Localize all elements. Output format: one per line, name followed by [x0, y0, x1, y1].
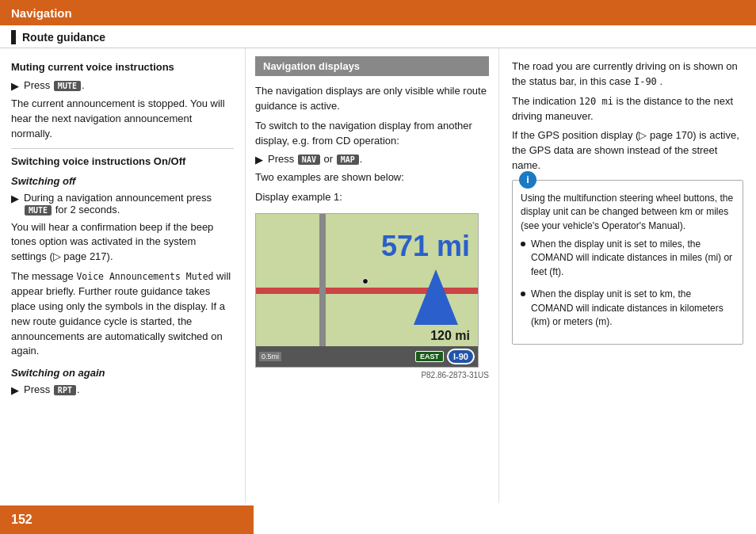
col-right: The road you are currently driving on is…: [499, 48, 756, 503]
muting-bullet-content: Press MUTE.: [24, 79, 234, 91]
col-mid: Navigation displays The navigation displ…: [246, 48, 499, 503]
or-label: or: [324, 153, 334, 165]
press-label: Press: [268, 153, 294, 165]
switching-on-bullet-content: Press RPT.: [24, 383, 234, 395]
bullet-arrow-3: ▶: [11, 384, 19, 396]
switching-off-bullet-content: During a navigation announcement press M…: [24, 192, 234, 216]
map-bottom-bar: 0.5mi EAST I-90: [256, 346, 478, 367]
muting-text: The current announcement is stopped. You…: [11, 97, 234, 142]
info-bullet-2-text: When the display unit is set to km, the …: [531, 288, 735, 329]
switching-on-bullet-item: ▶ Press RPT.: [11, 383, 234, 396]
nav-press-content: Press NAV or MAP.: [268, 153, 489, 165]
subheader: Route guidance: [0, 25, 756, 48]
map-position-dot: [362, 278, 368, 284]
page-header: Navigation: [0, 0, 756, 25]
page-number: 152: [11, 513, 32, 527]
col-mid-switch-text: To switch to the navigation display from…: [255, 119, 489, 149]
sep-1: [11, 148, 234, 149]
map-road-vertical: [319, 214, 326, 367]
btn-nav: NAV: [298, 154, 320, 165]
subheader-title: Route guidance: [22, 31, 105, 44]
btn-map: MAP: [337, 154, 359, 165]
bullet-arrow-2: ▶: [11, 193, 19, 204]
map-road-sign-east: EAST: [415, 351, 444, 362]
nav-displays-label: Navigation displays: [255, 56, 489, 76]
switching-off-suffix: for 2 seconds.: [55, 204, 120, 216]
map-caption: P82.86-2873-31US: [255, 371, 489, 380]
switching-off-msg: Voice Announcements Muted: [76, 271, 213, 282]
switching-off-p2-prefix: The message: [11, 270, 74, 282]
switching-title: Switching voice instructions On/Off: [11, 155, 234, 167]
col-right-p3: If the GPS position display (▷ page 170)…: [512, 128, 743, 174]
bullet-arrow-1: ▶: [11, 80, 19, 92]
info-bullet-2: When the display unit is set to km, the …: [521, 288, 735, 334]
col-left: Muting current voice instructions ▶ Pres…: [0, 48, 246, 503]
muting-press-label: Press: [24, 79, 50, 91]
muting-btn: MUTE: [54, 81, 81, 91]
col-right-p1-text: The road you are currently driving on is…: [512, 60, 738, 87]
col-right-p2: The indication 120 mi is the distance to…: [512, 94, 743, 124]
col-right-p1: The road you are currently driving on is…: [512, 59, 743, 90]
map-direction-arrow: [414, 269, 458, 325]
switching-off-bullet-label: During a navigation announcement press: [24, 192, 212, 204]
info-intro: Using the multifunction steering wheel b…: [521, 192, 735, 233]
code-i90: I-90: [634, 76, 657, 87]
page-wrapper: Navigation Route guidance Muting current…: [0, 0, 756, 534]
switching-off-bullet-item: ▶ During a navigation announcement press…: [11, 192, 234, 216]
switching-off-btn: MUTE: [25, 205, 52, 216]
nav-press-bullet: ▶ Press NAV or MAP.: [255, 153, 489, 166]
col-right-p2-prefix: The indication: [512, 95, 576, 107]
map-scale: 0.5mi: [259, 352, 281, 361]
switching-off-p1: You will hear a confirmation beep if the…: [11, 220, 234, 265]
switching-off-p2: The message Voice Announcements Muted wi…: [11, 269, 234, 359]
col-right-p1-suffix: .: [659, 75, 662, 87]
map-interstate-badge: I-90: [447, 349, 475, 364]
switching-on-title: Switching on again: [11, 367, 234, 379]
muting-bullet-item: ▶ Press MUTE.: [11, 79, 234, 92]
code-120mi: 120 mi: [579, 96, 613, 107]
info-box-content: Using the multifunction steering wheel b…: [521, 192, 735, 334]
bullet-dot-2: [521, 292, 525, 296]
col-mid-intro: The navigation displays are only visible…: [255, 84, 489, 114]
info-box: i Using the multifunction steering wheel…: [512, 180, 743, 345]
info-icon: i: [519, 171, 536, 189]
bullet-arrow-4: ▶: [255, 154, 263, 166]
header-title: Navigation: [11, 6, 72, 20]
switching-off-p2-suffix: will appear briefly. Further route guida…: [11, 270, 231, 357]
page-body: Muting current voice instructions ▶ Pres…: [0, 48, 756, 503]
switching-on-press-label: Press: [24, 383, 50, 395]
muting-title: Muting current voice instructions: [11, 61, 234, 73]
map-distance-big: 571 mi: [381, 230, 470, 263]
switching-off-title: Switching off: [11, 175, 234, 187]
map-display: 571 mi 120 mi 0.5mi EAST I-90: [255, 213, 479, 368]
page-footer: 152: [0, 505, 254, 534]
info-bullet-1: When the display unit is set to miles, t…: [521, 238, 735, 284]
two-examples: Two examples are shown below:: [255, 170, 489, 185]
display-example1: Display example 1:: [255, 190, 489, 205]
info-bullet-1-text: When the display unit is set to miles, t…: [531, 238, 735, 279]
bullet-dot-1: [521, 242, 525, 246]
map-distance-small: 120 mi: [430, 329, 470, 343]
switching-on-btn: RPT: [54, 385, 76, 395]
